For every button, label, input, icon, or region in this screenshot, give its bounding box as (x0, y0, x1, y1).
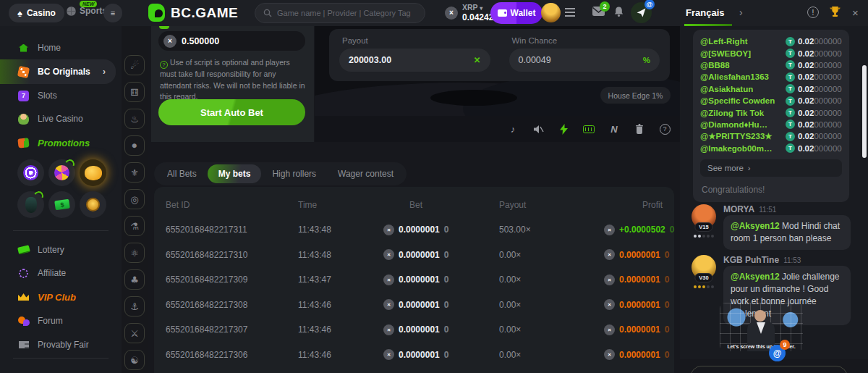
user-avatar[interactable]: V15 (692, 204, 716, 229)
sidebar-item-bc-originals[interactable]: BC Originals › (0, 59, 116, 84)
sidebar-item-promotions[interactable]: Promotions (0, 132, 122, 154)
username[interactable]: @★PRITTYS233★ (700, 131, 786, 141)
sidebar-item-provably-fair[interactable]: Provably Fair (0, 334, 122, 356)
mention-link[interactable]: @Aksyen12 (731, 221, 780, 231)
sidebar-item-vip-club[interactable]: VIP Club (0, 286, 122, 308)
chat-username[interactable]: KGB PuhTine11:53 (723, 255, 801, 265)
notifications-button[interactable] (613, 6, 624, 20)
chat-image-message[interactable]: Let's screw this up together. (720, 303, 803, 351)
username[interactable]: @Left-Right (700, 37, 786, 46)
bet-amount-input[interactable]: × 0.500000 (158, 31, 305, 51)
rain-recipient-row: @Aliesfahan1363T0.02000000 (700, 71, 842, 83)
sidebar-item-slots[interactable]: 7 Slots (0, 85, 122, 106)
tab-my-bets[interactable]: My bets (208, 164, 262, 183)
game-crash-button[interactable]: ☄ (124, 55, 145, 75)
table-row[interactable]: 65520168482217307 11:43:46 ×0.00000010 0… (166, 317, 663, 343)
user-avatar[interactable] (541, 3, 561, 22)
chat-room-chevron-icon[interactable]: › (739, 7, 743, 18)
sidebar-item-forum[interactable]: Forum (0, 310, 122, 332)
user-avatar[interactable]: V30 (692, 255, 716, 280)
turbo-bolt-icon[interactable] (557, 122, 570, 135)
tab-all-bets[interactable]: All Bets (156, 164, 208, 183)
sidebar-item-lottery[interactable]: Lottery (0, 239, 122, 261)
game-button[interactable]: ☯ (124, 350, 145, 370)
chat-room-tab[interactable]: Français (686, 7, 724, 18)
profile-menu-icon[interactable] (565, 8, 575, 17)
inbox-count-badge: 2 (600, 1, 610, 12)
table-row[interactable]: 65520168482217311 11:43:48 ×0.00000010 5… (166, 217, 663, 243)
chat-toggle-button[interactable]: @ (631, 2, 652, 23)
chat-contest-button[interactable] (829, 6, 841, 20)
table-row[interactable]: 65520168482217309 11:43:47 ×0.00000010 0… (166, 267, 663, 293)
tab-wager-contest[interactable]: Wager contest (327, 164, 404, 183)
game-button[interactable]: ⚔ (124, 323, 145, 343)
see-more-button[interactable]: See more› (700, 159, 842, 177)
promo-piggy-bank[interactable] (80, 159, 106, 186)
payout-input[interactable]: 200003.00 ✕ (339, 49, 490, 72)
casino-toggle[interactable]: ♠ Casino (9, 4, 64, 22)
table-row[interactable]: 65520168482217308 11:43:46 ×0.00000010 0… (166, 293, 663, 318)
win-chance-input[interactable]: 0.00049 % (509, 49, 660, 72)
bets-tabs: All Bets My bets High rollers Wager cont… (154, 162, 407, 185)
help-icon[interactable]: ? (658, 122, 671, 135)
game-button[interactable]: ♨ (124, 109, 145, 129)
game-dice-button[interactable]: ⚅ (124, 82, 145, 102)
game-search[interactable] (255, 3, 425, 23)
sidebar-item-home[interactable]: Home (0, 37, 122, 59)
promo-prize-wheel[interactable] (48, 159, 75, 186)
username[interactable]: @Diamond♦Hu… (700, 120, 786, 129)
chat-scrollbar[interactable] (862, 65, 867, 158)
chat-close-button[interactable]: × (852, 7, 859, 19)
hotkeys-keyboard-icon[interactable] (582, 122, 595, 135)
usdt-coin-icon: T (786, 120, 795, 129)
brand-logo[interactable]: BC.GAME (148, 4, 238, 22)
piggy-bank-icon (85, 166, 102, 180)
win-chance-value: 0.00049 (519, 55, 551, 65)
new-badge: NEW (80, 1, 97, 7)
tab-high-rollers[interactable]: High rollers (261, 164, 327, 183)
username[interactable]: @Specific Cowden (700, 96, 786, 105)
chat-rules-button[interactable]: ! (807, 7, 819, 18)
table-row[interactable]: 65520168482217306 11:43:46 ×0.00000010 0… (166, 343, 663, 368)
game-button[interactable]: ⚛ (124, 243, 145, 263)
sidebar-item-label: Promotions (38, 138, 90, 148)
trends-icon[interactable]: N (608, 122, 621, 135)
search-input[interactable] (277, 9, 414, 17)
level-badge: V30 (694, 273, 712, 282)
promo-rocket[interactable] (17, 191, 44, 218)
promo-coin-drop[interactable] (80, 191, 106, 218)
game-button[interactable]: ⚓ (124, 296, 145, 317)
wallet-button[interactable]: Wallet (490, 2, 542, 24)
nav-more-button[interactable]: ≡ (103, 4, 122, 22)
inbox-button[interactable]: 2 (592, 6, 605, 20)
sports-toggle[interactable]: Sports NEW (67, 6, 107, 16)
table-row[interactable]: 65520168482217310 11:43:48 ×0.00000010 0… (166, 243, 663, 268)
chat-input[interactable] (690, 366, 848, 373)
sidebar-item-live-casino[interactable]: Live Casino (0, 108, 122, 130)
game-button[interactable]: ♣ (124, 269, 145, 290)
promo-cash[interactable]: $ (48, 191, 75, 218)
username[interactable]: @Aliesfahan1363 (700, 72, 786, 81)
promo-bullseye[interactable] (17, 159, 44, 186)
affiliate-icon (17, 267, 30, 280)
username[interactable]: @BB88 (700, 61, 786, 70)
username[interactable]: @Asiakhatun (700, 85, 786, 93)
rain-amount: 0.02000000 (798, 132, 842, 141)
username[interactable]: @Imakegob00m… (700, 144, 786, 153)
game-button[interactable]: ⚫ (124, 135, 145, 156)
bet-amount: ×0.00000010 (383, 249, 499, 260)
username[interactable]: @[SWEBOY] (700, 49, 786, 58)
house-edge-badge: House Edge 1% (600, 87, 671, 104)
start-auto-bet-button[interactable]: Start Auto Bet (158, 99, 305, 125)
game-limbo-button[interactable]: ◎ (124, 189, 145, 209)
chat-username[interactable]: MORYA11:51 (723, 204, 776, 214)
game-button[interactable]: ⚜ (124, 162, 145, 183)
col-profit: Profit (604, 200, 663, 210)
seed-cup-icon[interactable] (633, 122, 646, 135)
music-toggle-icon[interactable]: ♪ (506, 122, 519, 135)
sound-toggle-icon[interactable] (532, 122, 545, 135)
username[interactable]: @Zilong Tik Tok (700, 109, 786, 117)
game-button[interactable]: ⚗ (124, 216, 145, 236)
sidebar-item-affiliate[interactable]: Affiliate (0, 262, 122, 284)
mention-link[interactable]: @Aksyen12 (731, 272, 780, 282)
